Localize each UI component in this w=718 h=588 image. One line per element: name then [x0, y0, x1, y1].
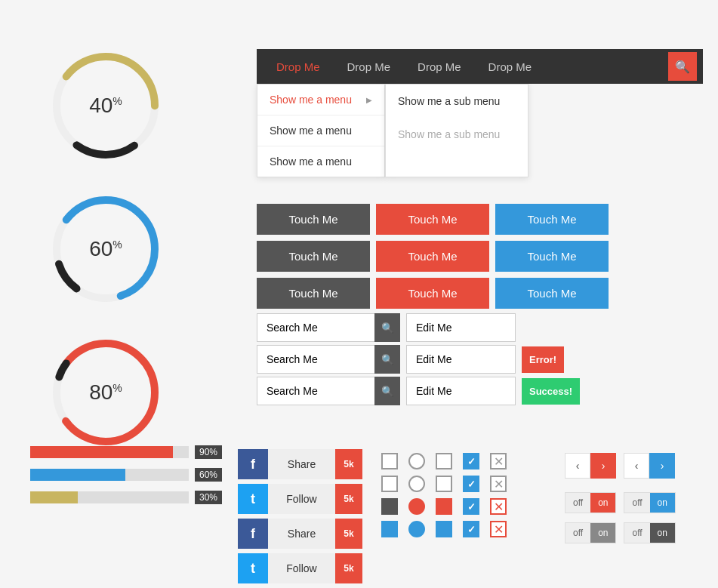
follow-count-0: 5k [335, 484, 362, 514]
checkbox-empty-1[interactable] [436, 453, 452, 469]
search-wrap-0: 🔍 [257, 313, 400, 342]
pag-next-red[interactable]: › [590, 453, 616, 479]
facebook-icon: f [238, 449, 268, 479]
nav-item-1[interactable]: Drop Me [334, 49, 405, 84]
error-badge: Error! [522, 346, 564, 373]
search-btn-0[interactable]: 🔍 [374, 313, 400, 342]
navbar: Drop Me Drop Me Drop Me Drop Me 🔍 [257, 49, 703, 84]
radio-empty-0[interactable] [408, 453, 425, 469]
social-fb-share-0[interactable]: f Share 5k [238, 449, 362, 479]
circles-section: 40% 60% 80% [45, 45, 166, 453]
touch-btn-red-2[interactable]: Touch Me [376, 278, 489, 309]
buttons-section: Touch Me Touch Me Touch Me Touch Me Touc… [257, 204, 609, 309]
checkbox-empty-3[interactable] [436, 476, 452, 492]
progress-row-0: 90% [30, 445, 222, 459]
checkbox-blue-2[interactable]: ✓ [463, 521, 479, 537]
pag-next-blue[interactable]: › [649, 453, 675, 479]
touch-btn-blue-2[interactable]: Touch Me [495, 278, 609, 309]
checkbox-x-gray-1[interactable]: ✕ [490, 476, 507, 492]
circle-80: 80% [45, 332, 166, 453]
nav-search-button[interactable]: 🔍 [668, 52, 697, 81]
nav-item-0[interactable]: Drop Me [263, 49, 334, 84]
share-label-0: Share [268, 449, 335, 479]
edit-wrap-0 [406, 313, 516, 342]
search-wrap-2: 🔍 [257, 377, 400, 405]
social-tw-follow-0[interactable]: t Follow 5k [238, 484, 362, 514]
toggle-blue-0[interactable]: off on [624, 492, 675, 513]
social-section: f Share 5k t Follow 5k f Share 5k t Foll… [238, 449, 362, 583]
progress-row-1: 60% [30, 468, 222, 482]
checkbox-empty-0[interactable] [381, 453, 398, 469]
dropdown-item-2[interactable]: Show me a menu [257, 146, 384, 177]
search-wrap-1: 🔍 [257, 345, 400, 374]
checkbox-red-0[interactable] [436, 498, 452, 515]
touch-btn-blue-1[interactable]: Touch Me [495, 241, 609, 272]
checkbox-x-red-0[interactable]: ✕ [490, 498, 507, 515]
edit-input-2[interactable] [406, 377, 516, 405]
checkbox-blue-1[interactable] [436, 521, 452, 537]
checkbox-checked-gray-1[interactable]: ✓ [463, 476, 479, 492]
input-row-2: 🔍 Success! [257, 377, 580, 405]
facebook-icon-1: f [238, 519, 268, 549]
pag-prev-1[interactable]: ‹ [624, 453, 649, 479]
social-fb-share-1[interactable]: f Share 5k [238, 519, 362, 549]
touch-btn-dark-2[interactable]: Touch Me [257, 278, 370, 309]
touch-btn-dark-1[interactable]: Touch Me [257, 241, 370, 272]
checkboxes-section: ✓ ✕ ✓ ✕ ✓ ✕ ✓ ✕ [381, 453, 511, 537]
pagination-section: ‹ › ‹ › off on off on off on off on [565, 453, 676, 543]
social-tw-follow-1[interactable]: t Follow 5k [238, 553, 362, 583]
checkbox-x-red-1[interactable]: ✕ [490, 521, 507, 537]
radio-empty-1[interactable] [408, 476, 425, 492]
touch-btn-red-1[interactable]: Touch Me [376, 241, 489, 272]
input-row-0: 🔍 [257, 313, 580, 342]
checkbox-empty-2[interactable] [381, 476, 398, 492]
checkbox-blue-0[interactable]: ✓ [463, 498, 479, 515]
radio-filled-red[interactable] [408, 498, 425, 515]
dropdown-item-0[interactable]: Show me a menu ▶ [257, 85, 384, 115]
share-count-1: 5k [335, 519, 362, 549]
follow-count-1: 5k [335, 553, 362, 583]
dropdown-section: Show me a menu ▶ Show me a menu Show me … [257, 84, 528, 177]
submenu-item-1[interactable]: Show me a sub menu [386, 118, 528, 151]
circle-80-label: 80% [89, 380, 122, 405]
circle-40-label: 40% [89, 94, 122, 118]
search-btn-1[interactable]: 🔍 [374, 345, 400, 374]
edit-input-0[interactable] [406, 313, 516, 342]
inputs-section: 🔍 🔍 Error! 🔍 Success! [257, 313, 580, 405]
edit-wrap-2 [406, 377, 516, 405]
input-row-1: 🔍 Error! [257, 345, 580, 374]
search-btn-2[interactable]: 🔍 [374, 377, 400, 405]
edit-input-1[interactable] [406, 345, 516, 374]
progress-label-1: 60% [195, 468, 222, 482]
checkbox-x-gray-0[interactable]: ✕ [490, 453, 507, 469]
search-icon: 🔍 [381, 386, 394, 397]
nav-item-2[interactable]: Drop Me [404, 49, 475, 84]
touch-btn-red-0[interactable]: Touch Me [376, 204, 489, 235]
dropdown-menu: Show me a menu ▶ Show me a menu Show me … [257, 84, 385, 177]
touch-btn-blue-0[interactable]: Touch Me [495, 204, 609, 235]
checkbox-checked-gray-0[interactable]: ✓ [463, 453, 479, 469]
follow-label-1: Follow [268, 553, 335, 583]
progress-bg-1 [30, 469, 189, 481]
submenu: Show me a sub menu Show me a sub menu [385, 84, 528, 177]
checkbox-dark-0[interactable] [381, 498, 398, 515]
toggle-red-0[interactable]: off on [565, 492, 616, 513]
search-icon: 🔍 [381, 354, 394, 365]
progress-bg-0 [30, 446, 189, 458]
chevron-right-icon: ▶ [366, 96, 372, 104]
nav-item-3[interactable]: Drop Me [475, 49, 546, 84]
twitter-icon-0: t [238, 484, 268, 514]
toggle-dark-0[interactable]: off on [624, 522, 675, 543]
pagination-row-0: ‹ › ‹ › [565, 453, 676, 479]
progress-bg-2 [30, 491, 189, 503]
submenu-item-0[interactable]: Show me a sub menu [386, 85, 528, 118]
toggle-gray-0[interactable]: off on [565, 522, 616, 543]
circle-40: 40% [45, 45, 166, 166]
touch-btn-dark-0[interactable]: Touch Me [257, 204, 370, 235]
checkbox-blue-sq[interactable] [381, 521, 398, 537]
progress-section: 90% 60% 30% [30, 445, 222, 504]
dropdown-item-1[interactable]: Show me a menu [257, 115, 384, 146]
radio-filled-blue[interactable] [408, 521, 425, 537]
pag-prev-0[interactable]: ‹ [565, 453, 590, 479]
search-icon: 🔍 [381, 322, 394, 334]
